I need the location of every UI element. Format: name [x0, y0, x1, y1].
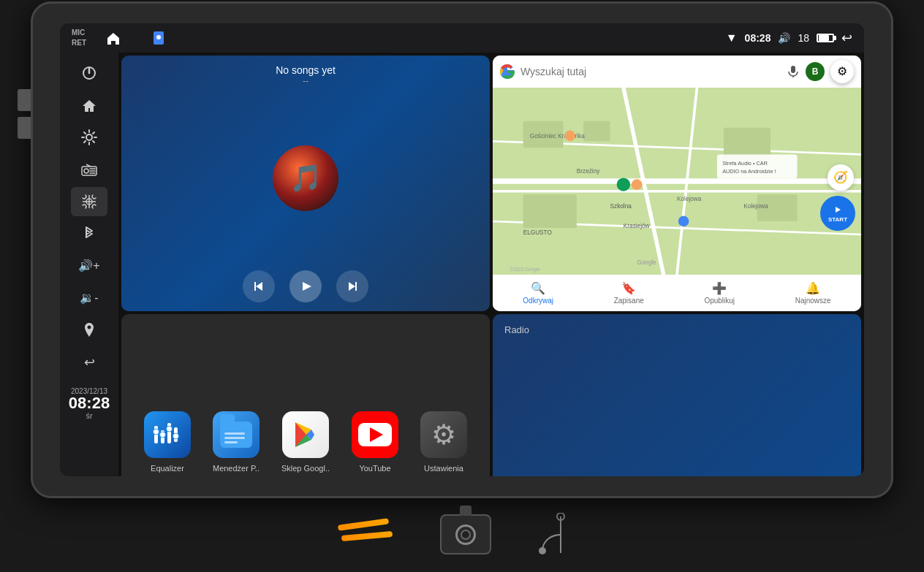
svg-text:Gościniec Krasieńka: Gościniec Krasieńka — [530, 132, 585, 139]
map-search-bar: B ⚙ — [493, 56, 861, 88]
radio-label: Radio — [504, 324, 849, 335]
accessories-section — [338, 498, 586, 571]
power-icon[interactable] — [71, 58, 107, 88]
svg-point-4 — [86, 134, 92, 140]
battery-icon — [817, 34, 834, 42]
svg-text:ELGUSTO: ELGUSTO — [523, 229, 552, 236]
equalizer-label: Equalizer — [151, 464, 184, 473]
app-youtube[interactable]: YouTube — [352, 411, 398, 473]
status-bar-right: ▼ 08:28 🔊 18 ↩ — [726, 30, 852, 46]
status-bar: MIC RET ▼ — [60, 23, 864, 53]
settings-sidebar-icon[interactable] — [71, 123, 107, 152]
mic-label: MIC — [72, 28, 86, 37]
svg-point-40 — [632, 179, 643, 190]
youtube-icon — [352, 411, 398, 458]
svg-text:AUDIO na Androidzie !: AUDIO na Androidzie ! — [722, 168, 776, 175]
main-content: 🔊+ 🔉- ↩ 2023/12/13 08:28 — [60, 53, 864, 476]
svg-text:Strefa Audio • CAR: Strefa Audio • CAR — [722, 160, 768, 167]
playstore-icon — [282, 411, 329, 458]
map-widget: B ⚙ — [493, 56, 861, 311]
apps-widget: Equalizer — [121, 314, 490, 476]
map-bottom-bar: 🔍 Odkrywaj 🔖 Zapisane ➕ Opublikuj 🔔 — [493, 275, 861, 311]
svg-point-39 — [564, 130, 575, 141]
app-playstore[interactable]: Sklep Googl.. — [281, 411, 330, 473]
equalizer-icon — [144, 411, 191, 458]
radio-widget: Radio 87.50 FM — [493, 314, 861, 476]
svg-point-53 — [153, 429, 159, 435]
map-nav-opublikuj[interactable]: ➕ Opublikuj — [704, 281, 735, 305]
svg-point-41 — [678, 216, 689, 226]
svg-point-6 — [84, 169, 88, 173]
app-manager[interactable]: Menedżer P.. — [213, 411, 260, 473]
music-controls — [243, 270, 368, 302]
location-sidebar-icon[interactable] — [71, 316, 107, 345]
music-album-art: 🎵 — [273, 145, 338, 211]
manager-label: Menedżer P.. — [213, 464, 260, 473]
radio-sidebar-icon[interactable] — [71, 155, 107, 184]
svg-text:Kolejowa: Kolejowa — [743, 202, 768, 209]
maps-status-icon[interactable] — [140, 23, 177, 53]
app-equalizer[interactable]: Equalizer — [144, 411, 191, 473]
prev-button[interactable] — [243, 270, 275, 302]
cables-accessory — [338, 513, 396, 557]
settings-label: Ustawienia — [424, 464, 463, 473]
back-icon[interactable]: ↩ — [841, 30, 852, 46]
bluetooth-sidebar-icon[interactable] — [71, 219, 107, 248]
svg-rect-28 — [583, 121, 610, 140]
playstore-label: Sklep Googl.. — [281, 464, 330, 473]
home-status-icon[interactable] — [95, 23, 132, 53]
svg-text:Krasiejów: Krasiejów — [624, 223, 650, 229]
map-nav-odkrywaj[interactable]: 🔍 Odkrywaj — [523, 281, 553, 305]
wifi-icon: ▼ — [726, 31, 738, 45]
undo-sidebar-icon[interactable]: ↩ — [71, 348, 107, 377]
sidebar-time: 08:28 — [69, 395, 110, 411]
start-label: START — [828, 216, 847, 223]
app-settings[interactable]: ⚙ Ustawienia — [420, 411, 467, 473]
svg-text:Szkolna: Szkolna — [610, 202, 632, 209]
camera-accessory — [440, 514, 491, 554]
play-button[interactable] — [289, 270, 322, 302]
map-nav-zapisane[interactable]: 🔖 Zapisane — [614, 281, 644, 305]
music-title: No songs yet — [276, 64, 336, 76]
settings-icon: ⚙ — [420, 411, 467, 458]
grid-area: No songs yet -- 🎵 — [118, 53, 864, 476]
speaker-icon: 🔊 — [778, 32, 790, 44]
headphone-accessory — [535, 513, 586, 557]
map-settings-button[interactable]: ⚙ — [830, 60, 854, 83]
map-mic-icon[interactable] — [787, 65, 800, 78]
music-subtitle: -- — [276, 76, 336, 86]
music-widget: No songs yet -- 🎵 — [121, 56, 490, 311]
svg-point-56 — [173, 433, 178, 439]
volume-down-sidebar-icon[interactable]: 🔉- — [71, 283, 107, 313]
youtube-label: YouTube — [359, 464, 390, 473]
status-bar-left: MIC RET — [72, 23, 177, 53]
map-start-button[interactable]: START — [820, 196, 855, 231]
screen: MIC RET ▼ — [60, 23, 864, 476]
svg-rect-29 — [523, 194, 577, 228]
map-nav-najnowsze[interactable]: 🔔 Najnowsze — [795, 281, 831, 305]
svg-text:Kolejowa: Kolejowa — [677, 196, 702, 202]
side-buttons — [18, 89, 31, 139]
home-sidebar-icon[interactable] — [71, 91, 107, 120]
headphone-icon — [535, 513, 586, 557]
sidebar-top: 🔊+ 🔉- ↩ — [60, 58, 118, 377]
svg-text:Brzeźiny: Brzeźiny — [577, 168, 600, 175]
svg-point-55 — [166, 426, 172, 432]
svg-point-61 — [539, 547, 546, 554]
volume-level: 18 — [798, 32, 809, 44]
map-compass-button[interactable]: 🧭 — [828, 164, 854, 191]
svg-rect-18 — [791, 66, 795, 73]
sidebar-clock: 2023/12/13 08:28 śr — [69, 387, 110, 420]
next-button[interactable] — [336, 270, 368, 302]
manager-icon — [213, 411, 260, 458]
time-display: 08:28 — [745, 32, 771, 44]
map-search-input[interactable] — [520, 66, 781, 77]
svg-point-1 — [156, 35, 161, 39]
sidebar-day: śr — [69, 411, 110, 420]
ret-label: RET — [72, 39, 86, 47]
volume-up-sidebar-icon[interactable]: 🔊+ — [71, 251, 107, 281]
map-body: Gościniec Krasieńka Brzeźiny Szkolna ELG… — [493, 88, 861, 275]
special-sidebar-icon[interactable] — [71, 187, 107, 216]
svg-point-54 — [159, 432, 165, 438]
map-user-avatar: B — [806, 62, 825, 81]
